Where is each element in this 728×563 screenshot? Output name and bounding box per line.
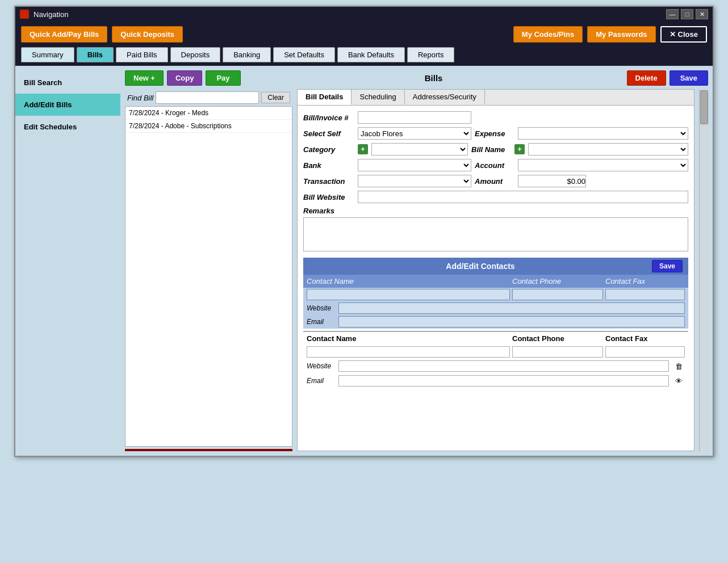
account-label: Account: [475, 161, 514, 170]
clear-button[interactable]: Clear: [261, 92, 290, 103]
contact-phone-header: Contact Phone: [512, 277, 603, 285]
maximize-button[interactable]: □: [681, 9, 693, 19]
bank-row: Bank Account: [303, 159, 688, 171]
bill-name-dropdown[interactable]: [528, 143, 688, 156]
main-window: Navigation — □ ✕ Quick Add/Pay Bills Qui…: [14, 6, 714, 457]
nav-tabs-bar: Summary Bills Paid Bills Deposits Bankin…: [15, 47, 713, 66]
amount-input[interactable]: [518, 175, 586, 187]
close-window-button[interactable]: ✕: [696, 9, 708, 19]
find-bill-input[interactable]: [156, 91, 259, 104]
sidebar: Bill Search Add/Edit Bills Edit Schedule…: [15, 66, 120, 456]
scrollbar[interactable]: [699, 89, 708, 451]
transaction-dropdown[interactable]: [358, 175, 471, 187]
bank-dropdown[interactable]: [358, 159, 471, 171]
bottom-divider: [125, 449, 292, 451]
contacts-white-area: Contact Name Contact Phone Contact Fax W…: [303, 331, 688, 388]
email-label-white: Email: [307, 377, 335, 385]
tab-bills[interactable]: Bills: [77, 47, 114, 62]
my-codes-pins-button[interactable]: My Codes/Pins: [513, 26, 583, 43]
tab-scheduling[interactable]: Scheduling: [352, 90, 404, 105]
tab-set-defaults[interactable]: Set Defaults: [273, 47, 335, 62]
scrollbar-thumb[interactable]: [700, 90, 708, 124]
left-panel: Find Bill Clear 7/28/2024 - Kroger - Med…: [125, 89, 292, 451]
contact-phone-input-2[interactable]: [512, 346, 603, 358]
tab-deposits[interactable]: Deposits: [170, 47, 221, 62]
tab-paid-bills[interactable]: Paid Bills: [116, 47, 168, 62]
website-input-blue[interactable]: [338, 302, 685, 314]
account-dropdown[interactable]: [518, 159, 688, 171]
contact-fax-input-2[interactable]: [605, 346, 685, 358]
email-row-blue: Email: [303, 315, 688, 329]
sidebar-item-edit-schedules[interactable]: Edit Schedules: [15, 116, 120, 138]
contact-fax-header2: Contact Fax: [605, 334, 685, 343]
contact-name-header2: Contact Name: [307, 334, 510, 343]
website-input-white[interactable]: [338, 360, 669, 372]
tab-reports[interactable]: Reports: [407, 47, 455, 62]
tab-addresses-security[interactable]: Addresses/Security: [405, 90, 485, 105]
main-content: Bill Search Add/Edit Bills Edit Schedule…: [15, 66, 713, 456]
find-bill-label: Find Bill: [127, 94, 153, 102]
category-dropdown[interactable]: [371, 143, 468, 156]
email-row-white: Email 👁: [303, 373, 688, 388]
copy-button[interactable]: Copy: [167, 70, 203, 86]
find-bill-bar: Find Bill Clear: [125, 89, 292, 106]
delete-button[interactable]: Delete: [627, 70, 666, 86]
sidebar-item-bill-search[interactable]: Bill Search: [15, 72, 120, 94]
contacts-section-header: Add/Edit Contacts Save: [303, 258, 688, 275]
select-self-label: Select Self: [303, 129, 354, 138]
quick-deposits-button[interactable]: Quick Deposits: [112, 26, 183, 43]
contact-name-input-2[interactable]: [307, 346, 510, 358]
content-area: New + Copy Pay Bills Delete Save Find Bi…: [120, 66, 713, 456]
quick-add-pay-button[interactable]: Quick Add/Pay Bills: [21, 26, 107, 43]
select-self-dropdown[interactable]: Jacob Flores: [358, 127, 471, 140]
tab-bill-details[interactable]: Bill Details: [298, 90, 352, 105]
list-item[interactable]: 7/28/2024 - Adobe - Subscriptions: [125, 120, 292, 133]
contacts-row-1: [303, 288, 688, 301]
minimize-button[interactable]: —: [666, 9, 679, 19]
view-icon: 👁: [675, 377, 683, 385]
email-input-blue[interactable]: [338, 316, 685, 327]
contact-name-input-1[interactable]: [307, 289, 510, 300]
right-panel: Bill Details Scheduling Addresses/Securi…: [297, 89, 694, 451]
tab-bank-defaults[interactable]: Bank Defaults: [337, 47, 405, 62]
title-bar: Navigation — □ ✕: [15, 7, 713, 22]
website-label-white: Website: [307, 362, 335, 370]
website-label-blue: Website: [307, 304, 335, 312]
website-row-white: Website 🗑: [303, 359, 688, 373]
new-button[interactable]: New +: [125, 70, 164, 86]
contacts-row-2: [303, 345, 688, 359]
remarks-textarea[interactable]: [303, 217, 688, 251]
expense-dropdown[interactable]: [518, 127, 688, 140]
amount-label: Amount: [475, 177, 514, 186]
close-button[interactable]: ✕ Close: [660, 26, 707, 43]
category-add-button[interactable]: +: [358, 144, 368, 154]
contact-fax-input-1[interactable]: [605, 289, 685, 300]
category-row: Category + Bill Name +: [303, 143, 688, 156]
pay-button[interactable]: Pay: [206, 70, 240, 86]
tab-banking[interactable]: Banking: [223, 47, 271, 62]
bill-website-input[interactable]: [358, 191, 688, 203]
bill-invoice-label: Bill/Invoice #: [303, 114, 354, 122]
save-button[interactable]: Save: [670, 70, 708, 86]
two-col-layout: Find Bill Clear 7/28/2024 - Kroger - Med…: [125, 89, 708, 451]
window-title: Navigation: [34, 10, 662, 19]
contact-phone-input-1[interactable]: [512, 289, 603, 300]
my-passwords-button[interactable]: My Passwords: [587, 26, 655, 43]
delete-icon: 🗑: [675, 362, 683, 371]
category-label: Category: [303, 145, 354, 154]
contacts-title: Add/Edit Contacts: [309, 262, 652, 271]
bill-name-label: Bill Name: [471, 145, 511, 154]
contacts-save-button[interactable]: Save: [652, 260, 683, 272]
bill-website-label: Bill Website: [303, 193, 354, 201]
bill-name-add-button[interactable]: +: [514, 144, 525, 154]
tab-summary[interactable]: Summary: [21, 47, 74, 62]
email-input-white[interactable]: [338, 375, 669, 386]
delete-contact-button[interactable]: 🗑: [672, 360, 685, 372]
bank-label: Bank: [303, 161, 354, 170]
transaction-row: Transaction Amount: [303, 175, 688, 187]
bill-invoice-input[interactable]: [358, 111, 471, 124]
bill-list: 7/28/2024 - Kroger - Meds 7/28/2024 - Ad…: [125, 106, 292, 447]
sidebar-item-add-edit-bills[interactable]: Add/Edit Bills: [15, 94, 120, 116]
list-item[interactable]: 7/28/2024 - Kroger - Meds: [125, 107, 292, 120]
view-contact-button[interactable]: 👁: [672, 375, 685, 387]
